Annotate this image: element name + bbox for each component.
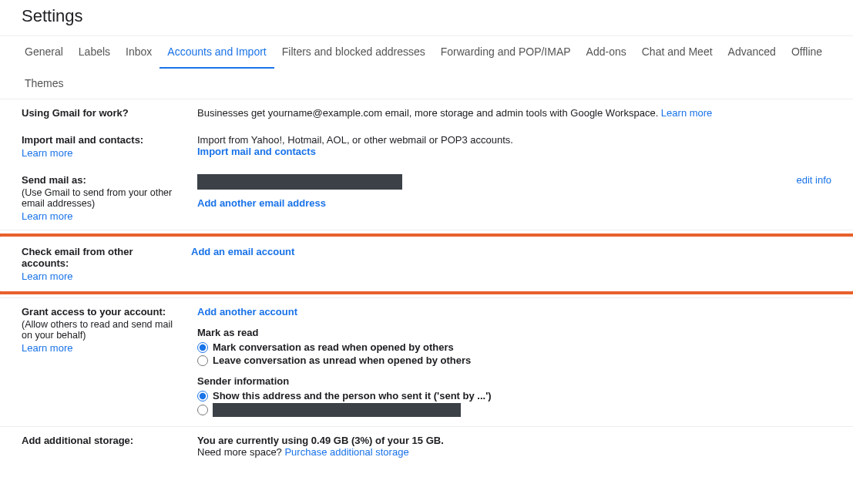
page-title: Settings — [0, 0, 853, 35]
storage-need-more: Need more space? — [197, 446, 284, 458]
grant-learn-more-link[interactable]: Learn more — [22, 342, 72, 354]
tab-themes[interactable]: Themes — [17, 68, 72, 99]
tab-accounts-import[interactable]: Accounts and Import — [160, 36, 274, 69]
add-another-email-link[interactable]: Add another email address — [197, 197, 326, 209]
tab-filters[interactable]: Filters and blocked addresses — [274, 36, 433, 68]
tab-advanced[interactable]: Advanced — [720, 36, 784, 68]
sender-redacted-option — [213, 403, 461, 417]
check-email-highlight: Check email from other accounts: Learn m… — [0, 234, 853, 294]
check-learn-more-link[interactable]: Learn more — [22, 270, 72, 282]
tab-inbox[interactable]: Inbox — [118, 36, 160, 68]
tab-general[interactable]: General — [17, 36, 71, 68]
section-sendas-title: Send mail as: — [22, 174, 182, 186]
sender-info-title: Sender information — [197, 375, 831, 387]
section-grant-sub: (Allow others to read and send mail on y… — [22, 319, 182, 341]
settings-tabs: General Labels Inbox Accounts and Import… — [0, 35, 853, 99]
add-email-account-link[interactable]: Add an email account — [191, 246, 294, 257]
import-mail-contacts-link[interactable]: Import mail and contacts — [197, 146, 316, 157]
import-learn-more-link[interactable]: Learn more — [22, 147, 72, 159]
section-sendas-sub: (Use Gmail to send from your other email… — [22, 187, 182, 209]
purchase-storage-link[interactable]: Purchase additional storage — [284, 446, 408, 458]
sendas-learn-more-link[interactable]: Learn more — [22, 210, 72, 222]
sendas-redacted-email — [197, 174, 402, 190]
add-another-account-link[interactable]: Add another account — [197, 306, 297, 318]
tab-forwarding[interactable]: Forwarding and POP/IMAP — [433, 36, 579, 68]
tab-chat-meet[interactable]: Chat and Meet — [634, 36, 720, 68]
tab-addons[interactable]: Add-ons — [579, 36, 634, 68]
mark-read-radio[interactable] — [197, 342, 208, 353]
tab-offline[interactable]: Offline — [784, 36, 830, 68]
section-grant-title: Grant access to your account: — [22, 306, 182, 318]
section-work-desc: Businesses get yourname@example.com emai… — [197, 107, 661, 119]
sender-hide-radio[interactable] — [197, 405, 208, 415]
mark-as-read-title: Mark as read — [197, 327, 831, 338]
section-check-title: Check email from other accounts: — [22, 246, 176, 269]
section-storage-title: Add additional storage: — [22, 435, 182, 446]
mark-unread-label: Leave conversation as unread when opened… — [213, 354, 471, 366]
section-import-title: Import mail and contacts: — [22, 134, 182, 146]
mark-read-label: Mark conversation as read when opened by… — [213, 341, 454, 353]
mark-unread-radio[interactable] — [197, 355, 208, 366]
sendas-edit-info-link[interactable]: edit info — [796, 174, 831, 186]
sender-show-label: Show this address and the person who sen… — [213, 390, 492, 402]
work-learn-more-link[interactable]: Learn more — [661, 107, 712, 119]
storage-usage: You are currently using 0.49 GB (3%) of … — [197, 435, 831, 446]
tab-labels[interactable]: Labels — [71, 36, 118, 68]
section-work-title: Using Gmail for work? — [22, 107, 129, 119]
section-import-desc: Import from Yahoo!, Hotmail, AOL, or oth… — [197, 134, 831, 146]
sender-show-radio[interactable] — [197, 391, 208, 402]
